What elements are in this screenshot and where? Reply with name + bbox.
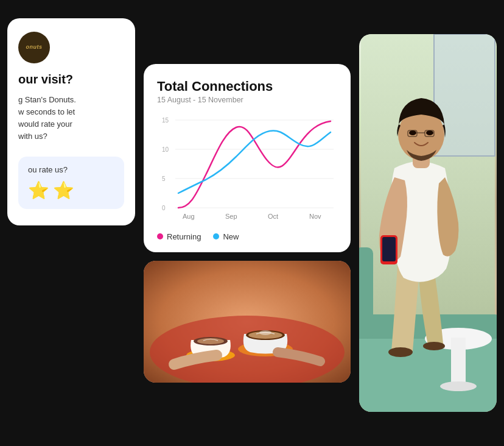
returning-label: Returning bbox=[167, 232, 201, 241]
star-1[interactable]: ⭐ bbox=[28, 180, 49, 200]
y-label-5: 5 bbox=[162, 175, 166, 182]
x-label-aug: Aug bbox=[183, 213, 195, 220]
new-dot bbox=[213, 233, 219, 239]
legend-new: New bbox=[213, 232, 239, 241]
chart-title: Total Connections bbox=[157, 79, 337, 94]
chart-column: Total Connections 15 August - 15 Novembe… bbox=[144, 64, 351, 383]
survey-card: onuts our visit? g Stan's Donuts.w secon… bbox=[7, 18, 135, 225]
svg-point-24 bbox=[423, 342, 445, 350]
returning-line bbox=[178, 121, 331, 208]
svg-point-29 bbox=[409, 130, 416, 135]
x-label-nov: Nov bbox=[309, 213, 321, 220]
coffee-svg bbox=[144, 261, 351, 383]
returning-dot bbox=[157, 233, 163, 239]
star-rating[interactable]: ⭐ ⭐ bbox=[28, 180, 114, 200]
legend-returning: Returning bbox=[157, 232, 201, 241]
survey-body: g Stan's Donuts.w seconds to letwould ra… bbox=[18, 94, 124, 143]
rate-question: ou rate us? bbox=[28, 165, 114, 174]
rate-box: ou rate us? ⭐ ⭐ bbox=[18, 157, 124, 209]
logo-area: onuts bbox=[18, 32, 124, 63]
survey-title: our visit? bbox=[18, 72, 124, 87]
svg-rect-21 bbox=[451, 338, 466, 386]
new-label: New bbox=[223, 232, 239, 241]
y-label-15: 15 bbox=[162, 117, 169, 124]
chart-svg: 15 10 5 0 Aug Sep Oct Nov bbox=[157, 114, 337, 224]
survey-column: onuts our visit? g Stan's Donuts.w secon… bbox=[7, 18, 135, 225]
chart-card: Total Connections 15 August - 15 Novembe… bbox=[144, 64, 351, 252]
person-photo bbox=[359, 34, 497, 412]
x-label-oct: Oct bbox=[268, 213, 278, 220]
chart-legend: Returning New bbox=[157, 232, 337, 241]
y-label-10: 10 bbox=[162, 146, 169, 153]
chart-subtitle: 15 August - 15 November bbox=[157, 96, 337, 104]
svg-point-10 bbox=[259, 330, 271, 335]
svg-point-23 bbox=[388, 347, 413, 357]
svg-point-22 bbox=[440, 381, 477, 391]
svg-rect-19 bbox=[359, 247, 373, 339]
star-2[interactable]: ⭐ bbox=[53, 180, 74, 200]
svg-point-30 bbox=[426, 130, 433, 135]
x-label-sep: Sep bbox=[225, 213, 237, 220]
coffee-photo bbox=[144, 261, 351, 383]
chart-area: 15 10 5 0 Aug Sep Oct Nov bbox=[157, 114, 337, 224]
svg-rect-26 bbox=[382, 237, 396, 261]
logo-circle: onuts bbox=[18, 32, 50, 63]
logo-text: onuts bbox=[26, 44, 43, 51]
person-svg bbox=[359, 34, 497, 412]
y-label-0: 0 bbox=[162, 205, 166, 211]
